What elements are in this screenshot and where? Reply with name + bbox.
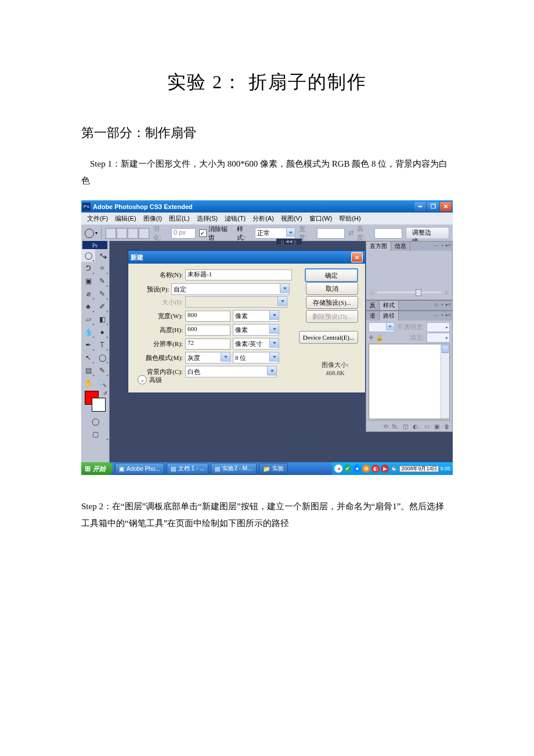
quickmask-icon[interactable]: ◯: [81, 415, 109, 428]
lock-icons[interactable]: ✚ 🔒: [369, 334, 384, 341]
taskbar-item-doc1[interactable]: ▤ 文档 1 - ...: [167, 463, 209, 474]
ok-button[interactable]: 确定: [305, 268, 358, 282]
refine-edge-button[interactable]: 调整边缘...: [406, 227, 449, 239]
marquee-tool-icon[interactable]: [85, 229, 94, 238]
menu-analysis[interactable]: 分析(A): [249, 213, 277, 224]
eyedropper-tool-icon[interactable]: ✎▸: [95, 364, 109, 377]
crop-tool-icon[interactable]: ▣: [81, 275, 95, 287]
tray-icon[interactable]: ✔: [344, 465, 352, 473]
panel-collapse-icon[interactable]: ▭: [434, 302, 439, 307]
maximize-button[interactable]: ❐: [427, 202, 439, 211]
menu-window[interactable]: 窗口(W): [306, 213, 336, 224]
mode-combo[interactable]: 灰度: [185, 352, 230, 363]
hand-tool-icon[interactable]: ✋: [81, 377, 95, 390]
advanced-expander[interactable]: ⌄ 高级: [138, 375, 162, 384]
tray-icon[interactable]: ●: [353, 465, 361, 473]
screenmode-icon[interactable]: ▢▸: [81, 428, 109, 441]
layer-mask-icon[interactable]: ◫: [403, 423, 408, 430]
clone-stamp-tool-icon[interactable]: ♣▸: [81, 300, 95, 313]
tray-time[interactable]: 9:05: [440, 466, 450, 471]
styles-tab[interactable]: 样式: [379, 300, 399, 310]
layer-group-icon[interactable]: ▭: [424, 423, 430, 430]
paths-tab[interactable]: 路径: [379, 311, 399, 321]
brush-tool-icon[interactable]: ✎▸: [95, 287, 109, 300]
depth-combo[interactable]: 8 位: [233, 352, 279, 363]
shape-tool-icon[interactable]: ◯▸: [95, 351, 109, 364]
pen-tool-icon[interactable]: ✒▸: [81, 339, 95, 351]
resolution-input[interactable]: 72: [185, 339, 230, 350]
menu-help[interactable]: 帮助(H): [335, 213, 364, 224]
taskbar-item-doc2[interactable]: ▤ 实验2 - M...: [211, 463, 256, 474]
opacity-input[interactable]: ▸: [427, 322, 450, 332]
channels-tab-stub[interactable]: 道: [366, 311, 380, 321]
panel-close-icon[interactable]: ×: [441, 243, 444, 248]
menu-view[interactable]: 视图(V): [277, 213, 306, 224]
width-unit-combo[interactable]: 像素: [233, 310, 279, 322]
zoom-slider[interactable]: △ △: [370, 288, 449, 296]
layer-fx-icon[interactable]: fx.: [392, 423, 399, 430]
device-central-button[interactable]: Device Central(E)...: [299, 331, 358, 344]
panel-menu-icon[interactable]: ▸≡: [446, 243, 451, 248]
menu-edit[interactable]: 编辑(E): [111, 213, 140, 224]
minimize-button[interactable]: ━: [414, 202, 426, 211]
panel-minimize-icon[interactable]: —: [434, 312, 439, 318]
panel-close-icon[interactable]: ×: [441, 302, 444, 307]
style-combo[interactable]: 正常: [255, 228, 295, 239]
taskbar-item-photoshop[interactable]: ▣ Adobe Pho...: [115, 463, 164, 474]
menu-file[interactable]: 文件(F): [84, 213, 111, 224]
histogram-tab[interactable]: 直方图: [366, 241, 391, 251]
move-tool-icon[interactable]: ↖✚: [95, 249, 109, 262]
fill-input[interactable]: ▸: [427, 333, 450, 343]
dodge-tool-icon[interactable]: ●▸: [95, 326, 109, 339]
close-button[interactable]: ✕: [440, 202, 452, 211]
notes-tool-icon[interactable]: ▤▸: [81, 364, 95, 377]
tool-dropdown-icon[interactable]: ▾: [95, 231, 98, 236]
layers-list[interactable]: [369, 344, 450, 419]
slice-tool-icon[interactable]: ✎▸: [95, 275, 109, 287]
menu-select[interactable]: 选择(S): [193, 213, 222, 224]
selection-mode-buttons[interactable]: [105, 228, 150, 239]
preset-combo[interactable]: 自定: [171, 283, 290, 295]
zoom-tool-icon[interactable]: 🔍: [95, 377, 109, 390]
tray-icon[interactable]: ◂: [334, 465, 342, 473]
history-brush-tool-icon[interactable]: ✐▸: [95, 300, 109, 313]
background-color[interactable]: [92, 398, 106, 412]
tray-icon[interactable]: ▶: [381, 465, 389, 473]
selection-intersect-icon[interactable]: [139, 228, 149, 239]
new-layer-icon[interactable]: ▣: [434, 423, 439, 430]
taskbar-item-folder[interactable]: 📁 实验: [259, 463, 288, 474]
height-input[interactable]: 600: [185, 325, 230, 336]
healing-brush-tool-icon[interactable]: ⌀▸: [81, 287, 95, 300]
cancel-button[interactable]: 取消: [306, 282, 358, 295]
height-unit-combo[interactable]: 像素: [233, 324, 279, 336]
zoom-out-icon[interactable]: △: [370, 289, 374, 295]
width-input[interactable]: 800: [185, 311, 230, 322]
feather-input[interactable]: 0 px: [171, 228, 196, 239]
wand-tool-icon[interactable]: ✧▸: [95, 262, 109, 275]
path-select-tool-icon[interactable]: ↖▸: [81, 351, 95, 364]
blur-tool-icon[interactable]: 💧▸: [81, 326, 95, 339]
save-preset-button[interactable]: 存储预设(S)...: [306, 296, 358, 309]
tray-date[interactable]: 2008年9月14日: [399, 466, 439, 472]
tray-icon[interactable]: ☯: [390, 465, 398, 473]
name-input[interactable]: 未标题-1: [185, 269, 292, 280]
scroll-up-icon[interactable]: [442, 345, 449, 353]
swap-icon[interactable]: ⇄: [348, 229, 353, 237]
panel-menu-icon[interactable]: ▸≡: [446, 302, 451, 307]
dialog-close-button[interactable]: ✕: [351, 252, 363, 262]
tray-icon[interactable]: ◐: [371, 465, 380, 473]
blend-mode-combo[interactable]: [369, 322, 395, 332]
swap-colors-icon[interactable]: ↺: [103, 391, 107, 396]
start-button[interactable]: ⊞ 开始: [81, 462, 113, 475]
resolution-unit-combo[interactable]: 像素/英寸: [233, 338, 279, 350]
menu-layer[interactable]: 图层(L): [165, 213, 193, 224]
antialias-checkbox[interactable]: ✔ 消除锯齿: [199, 225, 234, 242]
menu-image[interactable]: 图像(I): [140, 213, 165, 224]
panel-minimize-icon[interactable]: —: [434, 243, 439, 248]
ellipse-marquee-tool-icon[interactable]: ◯▸: [81, 249, 95, 262]
adjustment-layer-icon[interactable]: ◐.: [413, 423, 420, 430]
info-tab[interactable]: 信息: [391, 241, 410, 251]
panel-grabber-icon[interactable]: ||◀◀||: [276, 239, 302, 244]
color-tab-stub[interactable]: 反: [366, 300, 380, 310]
delete-layer-icon[interactable]: 🗑: [444, 423, 450, 430]
